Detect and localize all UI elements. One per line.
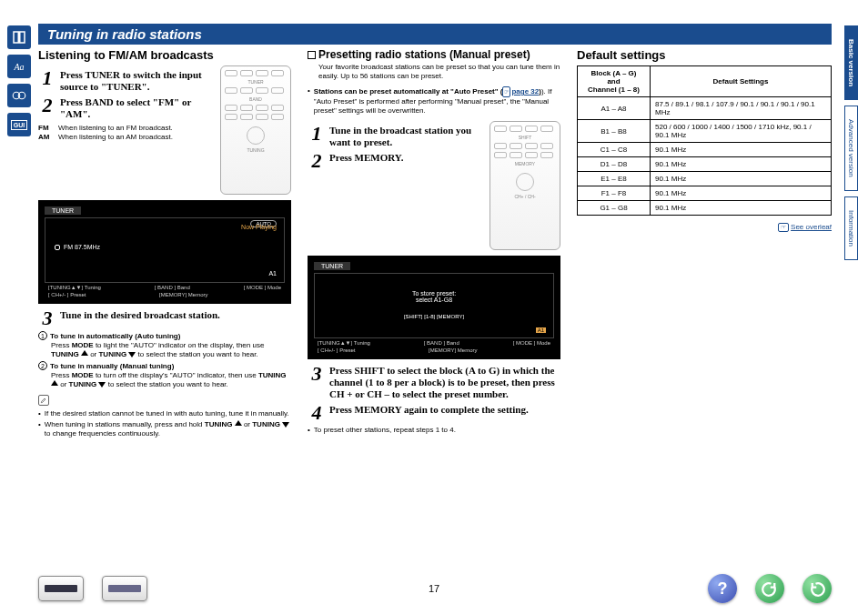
table-row: A1 – A887.5 / 89.1 / 98.1 / 107.9 / 90.1… — [578, 97, 832, 120]
step-number: 1 — [308, 125, 326, 143]
table-row: G1 – G890.1 MHz — [578, 201, 832, 216]
step-number: 2 — [38, 96, 56, 115]
c2-step2: Press MEMORY. — [329, 152, 484, 164]
step-number: 3 — [38, 309, 56, 327]
device-rear-icon[interactable] — [102, 576, 147, 601]
gui-icon[interactable]: GUI — [7, 113, 31, 136]
col2-heading: Presetting radio stations (Manual preset… — [308, 48, 560, 61]
note-2: When tuning in stations manually, press … — [38, 420, 291, 438]
page-number: 17 — [429, 583, 439, 594]
display-screenshot-2: TUNER To store preset: select A1-G8 [SHI… — [308, 256, 560, 359]
note-1: If the desired station cannot be tuned i… — [38, 409, 291, 418]
th-defaults: Default Settings — [651, 66, 832, 97]
manual-tuning-heading: To tune in manually (Manual tuning) — [50, 362, 174, 370]
auto-tuning-heading: To tune in automatically (Auto tuning) — [50, 332, 180, 340]
font-icon[interactable]: Aa — [7, 55, 31, 78]
c2-step1: Tune in the broadcast station you want t… — [329, 125, 484, 148]
see-overleaf-link[interactable]: See overleaf — [791, 223, 832, 231]
auto-tuning-text: Press MODE to light the "AUTO" indicator… — [38, 341, 291, 359]
table-row: C1 – C890.1 MHz — [578, 143, 832, 157]
table-row: D1 – D890.1 MHz — [578, 157, 832, 172]
page-32-link[interactable]: page 32 — [511, 87, 539, 96]
tab-information[interactable]: Information — [844, 196, 858, 260]
step-number: 2 — [308, 152, 326, 170]
device-front-icon[interactable] — [38, 576, 84, 601]
am-label: AM — [38, 133, 58, 141]
th-block: Block (A – G) and Channel (1 – 8) — [578, 66, 651, 97]
col3-heading: Default settings — [577, 48, 832, 62]
step3-text: Tune in the desired broadcast station. — [60, 309, 291, 321]
fm-desc: When listening to an FM broadcast. — [58, 124, 173, 132]
c2-step3: Press SHIFT to select the block (A to G)… — [329, 365, 560, 400]
manual-tuning-text: Press MODE to turn off the display's "AU… — [38, 371, 291, 389]
table-row: B1 – B8520 / 600 / 1000 / 1400 / 1500 / … — [578, 120, 832, 143]
next-page-button[interactable] — [802, 574, 832, 603]
step-number: 1 — [38, 69, 56, 87]
prev-page-button[interactable] — [755, 574, 784, 603]
c2-repeat: To preset other stations, repeat steps 1… — [308, 426, 560, 435]
page-title: Tuning in radio stations — [38, 24, 832, 45]
c2-step4: Press MEMORY again to complete the setti… — [329, 404, 560, 416]
tab-basic-version[interactable]: Basic version — [844, 25, 858, 100]
help-button[interactable]: ? — [708, 574, 737, 603]
fm-label: FM — [38, 124, 58, 132]
col1-heading: Listening to FM/AM broadcasts — [38, 48, 291, 62]
step-number: 4 — [308, 404, 326, 422]
remote-diagram: TUNER BAND TUNING — [220, 65, 291, 195]
col2-bullet: Stations can be preset automatically at … — [308, 86, 560, 116]
display-screenshot-1: TUNER AUTO Now Playing FM 87.5MHz A1 [TU… — [38, 200, 291, 304]
am-desc: When listening to an AM broadcast. — [58, 133, 173, 141]
note-icon — [38, 395, 49, 406]
tab-advanced-version[interactable]: Advanced version — [844, 106, 858, 191]
default-settings-table: Block (A – G) and Channel (1 – 8) Defaul… — [577, 65, 832, 216]
book-icon[interactable] — [7, 25, 31, 49]
step2-text: Press BAND to select "FM" or "AM". — [60, 96, 215, 120]
step-number: 3 — [308, 365, 326, 383]
table-row: F1 – F890.1 MHz — [578, 186, 832, 201]
step1-text: Press TUNER to switch the input source t… — [60, 69, 215, 93]
col2-intro: Your favorite broadcast stations can be … — [308, 63, 560, 81]
remote-diagram-2: SHIFT MEMORY CH+ / CH- — [490, 121, 560, 250]
globe-icon[interactable] — [7, 84, 31, 107]
table-row: E1 – E890.1 MHz — [578, 172, 832, 186]
